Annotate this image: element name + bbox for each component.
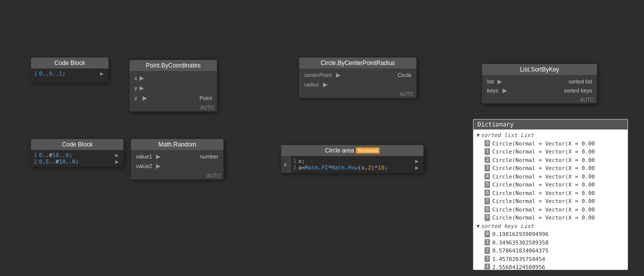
node-math-footer: AUTO	[131, 172, 224, 180]
node-code-block-2-title: Code Block	[31, 139, 124, 150]
node-code-block-2-body: 1 0..#10..0; ▶ 2 0.5..#10..0; ▶	[31, 150, 124, 167]
port-radius: radius ▶	[299, 80, 416, 90]
sorted-keys-item-1: 1 0.349635302589358	[476, 239, 624, 248]
sorted-list-item-4: 4 Circle(Normal = Vector(X = 0.00	[476, 173, 624, 182]
sorted-keys-item-2: 2 0.578641834064375	[476, 247, 624, 256]
port-value1-number: value1 ▶ number	[131, 152, 224, 161]
node-circle-footer: AUTO	[299, 90, 416, 98]
output-panel: Dictionary ▼ sorted list List 0 Circle(N…	[473, 119, 628, 270]
sorted-list-item-1: 1 Circle(Normal = Vector(X = 0.00	[476, 148, 624, 156]
sorted-list-item-0: 0 Circle(Normal = Vector(X = 0.00	[476, 140, 624, 148]
circle-area-body: x 1 x; ▶ 2 a=Math.PI*Math.Pow(x,2)*10; ▶	[281, 156, 424, 173]
node-circle-by-center: Circle.ByCenterPointRadius centerPoint ▶…	[299, 58, 416, 98]
circle-area-code: 1 x; ▶ 2 a=Math.PI*Math.Pow(x,2)*10; ▶	[290, 156, 424, 173]
node-point-by-coords: Point.ByCoordinates x ▶ y ▶ z ▶ Point AU…	[130, 60, 217, 112]
node-code-block-1-body: 1 0..9..1; ▶	[31, 68, 108, 82]
sorted-list-item-2: 2 Circle(Normal = Vector(X = 0.00	[476, 156, 624, 165]
node-circle-area-title: Circle area Renamed	[281, 145, 424, 156]
output-body: ▼ sorted list List 0 Circle(Normal = Vec…	[474, 130, 628, 270]
port-keys-sortedkeys: keys ▶ sorted keys	[482, 86, 597, 95]
port-value2: value2 ▶	[131, 161, 224, 171]
circle-area-line-2: 2 a=Math.PI*Math.Pow(x,2)*10; ▶	[294, 164, 421, 171]
sorted-keys-item-4: 4 2.55684124500956	[476, 264, 624, 270]
port-centerpoint-circle: centerPoint ▶ Circle	[299, 70, 416, 80]
node-point-footer: AUTO	[130, 104, 217, 112]
node-list-sort-title: List.SortByKey	[482, 64, 597, 75]
node-list-sort-by-key: List.SortByKey list ▶ sorted list keys ▶…	[482, 64, 597, 104]
output-title: Dictionary	[474, 120, 628, 130]
node-circle-title: Circle.ByCenterPointRadius	[299, 58, 416, 68]
node-math-random: Math.Random value1 ▶ number value2 ▶ AUT…	[131, 139, 224, 180]
node-code-block-1: Code Block 1 0..9..1; ▶	[31, 58, 108, 82]
sorted-list-item-6: 6 Circle(Normal = Vector(X = 0.00	[476, 190, 624, 198]
node-point-title: Point.ByCoordinates	[130, 60, 217, 71]
code-block2-line-1: 1 0..#10..0; ▶	[34, 152, 120, 158]
port-x: x ▶	[130, 73, 217, 83]
port-list-sortedlist: list ▶ sorted list	[482, 77, 597, 86]
circle-area-input-x: x	[281, 156, 290, 173]
sorted-list-header: ▼ sorted list List	[476, 132, 624, 140]
sorted-list-item-7: 7 Circle(Normal = Vector(X = 0.00	[476, 198, 624, 206]
circle-area-line-1: 1 x; ▶	[294, 158, 421, 164]
sorted-list-item-8: 8 Circle(Normal = Vector(X = 0.00	[476, 206, 624, 214]
sorted-list-item-3: 3 Circle(Normal = Vector(X = 0.00	[476, 164, 624, 173]
sorted-list-item-9: 9 Circle(Normal = Vector(X = 0.00	[476, 214, 624, 222]
sorted-keys-item-0: 0 0.198162939094996	[476, 230, 624, 239]
node-circle-area: Circle area Renamed x 1 x; ▶ 2 a=Math.PI…	[281, 145, 424, 173]
node-list-sort-footer: AUTO	[482, 96, 597, 104]
code-block2-line-2: 2 0.5..#10..0; ▶	[34, 158, 120, 165]
node-code-block-2: Code Block 1 0..#10..0; ▶ 2 0.5..#10..0;…	[31, 139, 124, 167]
port-z-point: z ▶ Point	[130, 93, 217, 103]
code-line-1: 1 0..9..1; ▶	[34, 70, 106, 77]
sorted-keys-header: ▼ sorted keys List	[476, 222, 624, 231]
port-y: y ▶	[130, 83, 217, 93]
sorted-list-item-5: 5 Circle(Normal = Vector(X = 0.00	[476, 181, 624, 190]
node-code-block-1-title: Code Block	[31, 58, 108, 68]
renamed-badge: Renamed	[356, 148, 380, 154]
node-math-random-title: Math.Random	[131, 139, 224, 150]
canvas: Code Block 1 0..9..1; ▶ Code Block 1 0..…	[0, 0, 644, 276]
sorted-keys-item-3: 3 1.45782035750454	[476, 256, 624, 264]
